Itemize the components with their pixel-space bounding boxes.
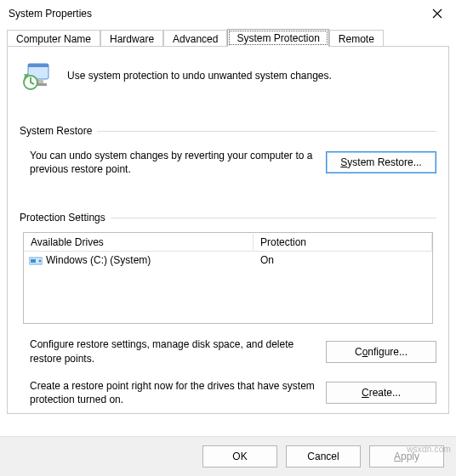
drive-name-cell: Windows (C:) (System) [24, 252, 254, 268]
tab-hardware[interactable]: Hardware [100, 30, 163, 47]
svg-point-7 [39, 260, 42, 263]
divider [111, 218, 436, 218]
configure-row: Configure restore settings, manage disk … [20, 337, 436, 365]
system-restore-icon [21, 59, 55, 93]
cancel-button[interactable]: Cancel [286, 445, 361, 468]
system-restore-heading: System Restore [20, 125, 92, 137]
drive-protection-cell: On [254, 252, 432, 268]
close-icon [432, 8, 442, 19]
group-system-restore-label: System Restore [20, 125, 436, 137]
protection-settings-heading: Protection Settings [20, 212, 105, 224]
divider [97, 131, 436, 132]
intro-row: Use system protection to undo unwanted s… [20, 59, 436, 103]
drive-icon [29, 254, 43, 266]
tab-computer-name[interactable]: Computer Name [7, 30, 100, 47]
tab-strip: Computer Name Hardware Advanced System P… [0, 27, 456, 46]
drive-name: Windows (C:) (System) [46, 254, 151, 266]
drives-table: Available Drives Protection Windows (C:)… [23, 232, 433, 324]
create-row: Create a restore point right now for the… [20, 379, 436, 406]
watermark: wsxdn.com [407, 445, 451, 454]
system-restore-row: You can undo system changes by reverting… [20, 149, 436, 176]
group-protection-settings-label: Protection Settings [20, 212, 436, 224]
dialog-footer: OK Cancel Apply [0, 436, 456, 476]
system-restore-button[interactable]: System Restore... [326, 151, 436, 173]
ok-button[interactable]: OK [202, 445, 277, 468]
tab-advanced[interactable]: Advanced [163, 30, 227, 47]
svg-rect-1 [28, 64, 48, 67]
close-button[interactable] [418, 1, 456, 26]
configure-button[interactable]: Configure... [326, 341, 436, 363]
create-text: Create a restore point right now for the… [30, 379, 316, 406]
window-title: System Properties [9, 8, 92, 20]
col-protection[interactable]: Protection [254, 234, 432, 252]
system-restore-text: You can undo system changes by reverting… [20, 149, 316, 176]
tab-remote[interactable]: Remote [329, 30, 384, 47]
drives-header: Available Drives Protection [24, 233, 432, 252]
configure-text: Configure restore settings, manage disk … [30, 337, 316, 365]
svg-rect-6 [31, 259, 36, 263]
tab-system-protection[interactable]: System Protection [227, 29, 328, 47]
intro-text: Use system protection to undo unwanted s… [67, 70, 332, 82]
tab-body: Use system protection to undo unwanted s… [7, 46, 449, 414]
drive-row[interactable]: Windows (C:) (System) On [24, 252, 432, 269]
create-button[interactable]: Create... [326, 382, 436, 404]
titlebar: System Properties [0, 0, 456, 27]
col-available-drives[interactable]: Available Drives [24, 234, 254, 252]
